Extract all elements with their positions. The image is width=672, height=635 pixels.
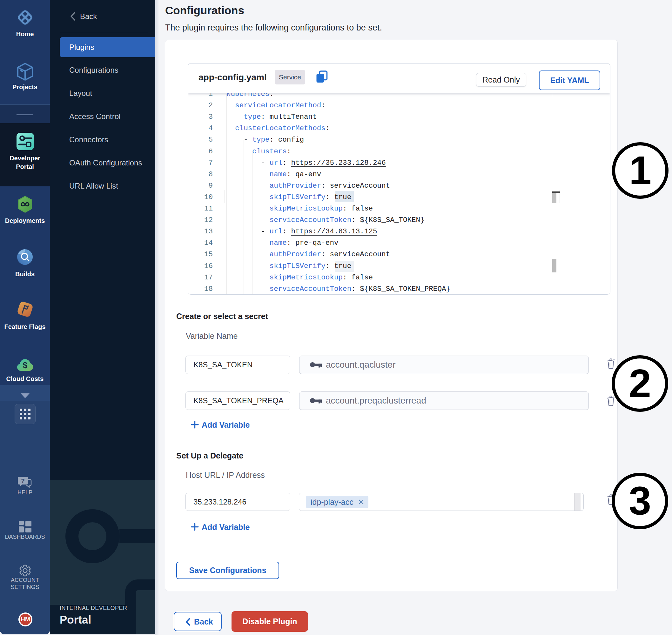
svg-text:$: $: [23, 360, 28, 370]
svg-text:?: ?: [21, 478, 25, 484]
